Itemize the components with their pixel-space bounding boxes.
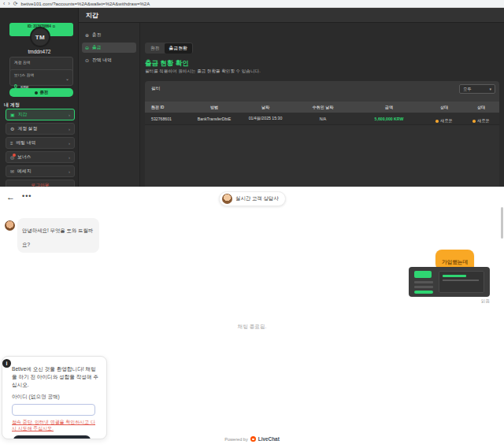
status-dot-icon [435,120,439,123]
message-icon: ✉ [10,169,14,174]
gear-icon: ⚙ [10,127,14,131]
status-badge: 새로운 [435,118,452,124]
agent-message-text: 안녕하세요! 무엇을 도와 드릴까요? [22,228,93,247]
sidebar-item-wallet[interactable]: ▣ 지갑 › [6,109,75,120]
thumbnail-panel [439,271,484,293]
browser-back-icon[interactable]: ‹ [3,1,5,6]
subnav-item-balance-history[interactable]: ⊙ 잔액 내역 [82,55,136,65]
filter-band: 필터 모두 ▾ [145,81,499,102]
status-filter-dropdown[interactable]: 모두 ▾ [459,84,495,94]
chat-ended-message: 채팅 종료됨. [0,324,504,331]
screen: ‹ › ⟳ betive101.com/?accounts=%2A&wallet… [0,0,504,448]
thumbnail-line [414,286,433,288]
column-header-status: 상태 [425,105,463,109]
browser-address-bar: ‹ › ⟳ betive101.com/?accounts=%2A&wallet… [0,0,504,8]
withdraw-content: 환전 출금현황 출금 현황 확인 필터를 적용하여 원하시는 출금 현황을 확인… [140,23,504,187]
status-badge: 새로운 [472,118,489,124]
notification-badge [13,154,16,157]
livechat-logo-icon [250,436,256,442]
sidebar-item-label: 베팅 내역 [17,139,65,146]
column-header-method: 방법 [191,105,238,109]
sidebar-item-label: 지갑 [18,111,65,118]
userid-input[interactable] [12,404,95,416]
chat-scrollbar[interactable] [501,207,503,239]
column-header-id: 환전 ID [145,105,191,109]
userid-field-label: 아이디 (없으면 공백) [12,394,98,401]
tab-withdraw-status[interactable]: 출금현황 [165,43,192,54]
column-header-amount: 금액 [353,105,425,109]
url-text[interactable]: betive101.com/?accounts=%2A&wallet=%2A&w… [21,2,150,6]
attachment-thumbnail[interactable] [409,267,490,297]
bonus-balance-box[interactable]: 보너스 잔액 0 KRW ⌄ [9,69,73,86]
agent-pill-label: 실시간 고객 상담사 [235,195,279,202]
column-header-date: 날짜 [238,105,293,109]
chevron-right-icon: › [69,141,70,146]
tab-exchange[interactable]: 환전 [146,43,165,54]
cell-method: BankTransferDbtE [191,117,238,121]
chevron-right-icon: › [69,113,70,117]
username: tmddn472 [0,49,79,54]
table-row[interactable]: 532768601 BankTransferDbtE 01/4월/2025 15… [145,113,499,125]
sidebar-item-label: 메세지 [17,168,65,175]
chevron-right-icon: › [69,155,70,160]
sidebar-item-bonus[interactable]: ◎ 보너스 › [6,151,75,163]
column-header-status: 상태 [463,105,499,109]
powered-by-text: Powered by [224,437,248,442]
thumbnail-line [414,281,433,283]
deposit-button[interactable]: 충전 [9,88,73,97]
chevron-down-icon[interactable]: ⌄ [65,76,69,81]
livechat-brand[interactable]: LiveChat [258,436,280,442]
chevron-right-icon: › [69,127,70,131]
thumbnail-green-button [414,291,433,294]
welcome-text: Betive에 오신 것을 환영합니다! 채팅을 하기 전 아이디와 성함을 작… [12,365,98,389]
wallet-app: ID: 313970864 ⧉ TM tmddn472 계정 잔액 0 KRW … [0,8,504,187]
filter-label: 필터 [151,85,161,92]
column-header-recipient-date: 수취인 날짜 [293,105,353,109]
my-account-section-title: 내 계정 [4,102,20,109]
avatar-initials: TM [35,34,46,41]
info-icon: i [2,359,11,368]
history-icon: ≡ [10,141,13,146]
agent-avatar-icon [222,194,232,204]
browser-reload-icon[interactable]: ⟳ [13,1,18,6]
page-title-bar: 지갑 [79,8,504,23]
status-dot-icon [472,120,476,123]
agent-message-bubble: 안녕하세요! 무엇을 도와 드릴까요? [17,218,99,253]
wallet-subnav: ⊕ 충전 ⊖ 출금 ⊙ 잔액 내역 [79,23,140,187]
subnav-item-label: 출금 [92,44,102,51]
copy-icon[interactable]: ⧉ [53,24,55,28]
cell-status: 새로운 [477,118,490,124]
sidebar-item-logout[interactable]: 로그아웃 [6,180,75,187]
sidebar-item-betting-history[interactable]: ≡ 베팅 내역 › [6,137,75,149]
sidebar-item-account-settings[interactable]: ⚙ 계정 설정 › [6,123,75,135]
withdrawals-table: 환전 ID 방법 날짜 수취인 날짜 금액 상태 상태 532768601 Ba… [145,102,499,187]
bonus-icon: ◎ [10,155,14,160]
panel-title: 출금 현황 확인 [145,59,189,68]
visitor-message-text: 가입했는데 [442,259,468,265]
prechat-form-card: Betive에 오신 것을 환영합니다! 채팅을 하기 전 아이디와 성함을 작… [2,356,107,439]
dropdown-caret-icon: ▾ [489,87,491,91]
agent-status-pill: 실시간 고객 상담사 [219,191,286,206]
sidebar-item-messages[interactable]: ✉ 메세지 › [6,165,75,177]
browser-forward-icon[interactable]: › [8,1,9,6]
deposit-button-label: 충전 [40,90,49,95]
avatar: TM [30,27,50,47]
subnav-item-withdraw[interactable]: ⊖ 출금 [82,43,136,53]
sidebar-item-label: 보너스 [17,154,65,161]
withdraw-icon: ⊖ [85,45,89,50]
panel-subtitle: 필터를 적용하여 원하시는 출금 현황을 확인할 수 있습니다. [145,68,261,75]
withdraw-tabs: 환전 출금현황 [145,43,193,54]
balance-history-icon: ⊙ [85,57,89,63]
account-balance-label: 계정 잔액 [14,60,69,65]
sidebar: ID: 313970864 ⧉ TM tmddn472 계정 잔액 0 KRW … [0,8,79,187]
menu-dots-icon[interactable]: ••• [22,192,32,200]
agent-avatar [5,220,15,231]
livechat-widget: ← ••• 실시간 고객 상담사 안녕하세요! 무엇을 도와 드릴까요? 가입했… [0,187,504,448]
livechat-footer: Powered by LiveChat [0,436,504,442]
sidebar-item-label: 계정 설정 [17,125,65,132]
subnav-item-deposit[interactable]: ⊕ 충전 [82,30,136,40]
back-icon[interactable]: ← [6,193,15,202]
cell-date: 01/4월/2025 15:30 [238,116,293,121]
deposit-icon: ⊕ [85,32,89,38]
subnav-item-label: 잔액 내역 [92,57,112,64]
